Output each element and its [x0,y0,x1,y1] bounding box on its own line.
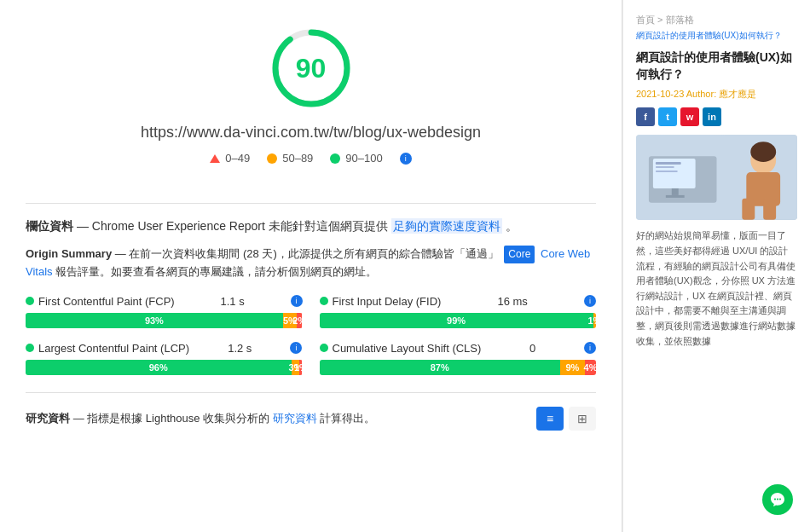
lcp-bar-green: 96% [26,360,292,375]
average-icon [267,153,277,164]
view-toggle: ≡ ⊞ [536,407,596,431]
main-container: 90 https://www.da-vinci.com.tw/tw/blog/u… [0,0,810,532]
origin-summary-text2: 報告評量。如要查看各網頁的專屬建議，請分析個別網頁的網址。 [55,265,377,278]
origin-summary-dash: — [115,247,130,260]
breadcrumb-category: 部落格 [666,14,694,25]
left-panel: 90 https://www.da-vinci.com.tw/tw/blog/u… [0,0,622,532]
lcp-header: Largest Contentful Paint (LCP) 1.2 s i [26,342,303,355]
origin-summary-text1: 在前一次資料收集期間 (28 天)，此源提供之所有網頁的綜合體驗皆「通過」 [129,247,498,260]
score-circle: 90 [269,26,354,111]
weibo-icon[interactable]: w [680,107,699,126]
origin-summary-label: Origin Summary [26,247,112,260]
svg-point-14 [750,142,776,163]
lcp-bar-red: 1% [299,360,302,375]
lcp-dot [26,344,34,352]
breadcrumb-sep1: > [657,14,665,25]
bottom-section: 研究資料 — 指標是根據 Lighthouse 收集與分析的 研究資料 計算得出… [26,407,596,431]
svg-rect-9 [656,171,678,172]
svg-rect-7 [656,162,681,165]
research-data-dash: — [73,412,88,425]
metrics-grid: First Contentful Paint (FCP) 1.1 s i 93%… [26,295,596,375]
article-title: 網頁設計的使用者體驗(UX)如何執行？ [636,49,797,83]
twitter-icon[interactable]: t [658,107,677,126]
fid-bar-green: 99% [320,313,593,328]
breadcrumb-current[interactable]: 網頁設計的使用者體驗(UX)如何執行？ [636,31,782,40]
facebook-icon[interactable]: f [636,107,655,126]
fcp-bar-green: 93% [26,313,283,328]
fcp-info-icon[interactable]: i [291,295,303,307]
cls-header: Cumulative Layout Shift (CLS) 0 i [320,342,597,355]
breadcrumb: 首頁 > 部落格 網頁設計的使用者體驗(UX)如何執行？ [636,13,797,43]
fcp-bar-red: 2% [297,313,302,328]
social-icons: f t w in [636,107,797,126]
field-data-dash: — [77,219,92,233]
metric-fcp: First Contentful Paint (FCP) 1.1 s i 93%… [26,295,303,328]
fail-icon [210,154,220,163]
legend-info-icon[interactable]: i [400,153,412,165]
core-web-vitals-badge: Core [504,246,535,263]
cls-dot [320,344,328,352]
good-icon [330,153,340,164]
article-image [636,135,797,220]
cls-left: Cumulative Layout Shift (CLS) [320,342,482,355]
svg-rect-12 [742,199,755,220]
svg-rect-8 [656,166,674,168]
grid-view-button[interactable]: ⊞ [569,407,596,431]
legend-average: 50–89 [267,152,313,165]
article-meta: 2021-10-23 Author: 應才應是 [636,88,797,101]
linkedin-icon[interactable]: in [703,107,721,126]
score-value: 90 [296,53,327,84]
fid-label: First Input Delay (FID) [333,295,442,308]
right-panel: 首頁 > 部落格 網頁設計的使用者體驗(UX)如何執行？ 網頁設計的使用者體驗(… [622,0,810,532]
research-data-text: 指標是根據 Lighthouse 收集與分析的 [87,412,269,425]
svg-rect-6 [666,195,685,198]
cls-bar: 87% 9% 4% [320,360,597,375]
field-data-text: Chrome User Experience Report 未能針對這個網頁提供 [92,219,388,233]
breadcrumb-home[interactable]: 首頁 [636,14,655,25]
field-data-link[interactable]: 足夠的實際速度資料 [391,218,502,234]
divider-2 [26,392,596,393]
svg-rect-13 [763,199,776,220]
legend-fail-label: 0–49 [225,152,250,165]
score-section: 90 https://www.da-vinci.com.tw/tw/blog/u… [26,17,596,194]
fcp-value: 1.1 s [220,295,244,308]
cls-info-icon[interactable]: i [584,342,596,354]
fid-header: First Input Delay (FID) 16 ms i [320,295,597,308]
research-data-link[interactable]: 研究資料 [273,412,317,425]
lcp-bar: 96% 3% 1% [26,360,303,375]
cls-bar-red: 4% [585,360,596,375]
cls-bar-green: 87% [320,360,560,375]
research-data-suffix: 計算得出。 [320,412,375,425]
fid-bar-orange: 1% [593,313,596,328]
field-data-section: 欄位資料 — Chrome User Experience Report 未能針… [26,217,596,235]
core-label: Core [508,248,530,260]
cls-value: 0 [529,342,535,355]
metric-fid: First Input Delay (FID) 16 ms i 99% 1% [320,295,597,328]
legend-good-label: 90–100 [345,152,382,165]
list-icon: ≡ [547,412,553,425]
article-image-svg [636,135,797,220]
fcp-bar: 93% 5% 2% [26,313,303,328]
fid-info-icon[interactable]: i [584,295,596,307]
fid-bar: 99% 1% [320,313,597,328]
lcp-left: Largest Contentful Paint (LCP) [26,342,189,355]
fcp-header: First Contentful Paint (FCP) 1.1 s i [26,295,303,308]
lcp-label: Largest Contentful Paint (LCP) [38,342,189,355]
legend-fail: 0–49 [210,152,250,165]
line-icon[interactable] [762,484,793,515]
metric-cls: Cumulative Layout Shift (CLS) 0 i 87% 9%… [320,342,597,375]
lcp-value: 1.2 s [228,342,252,355]
cls-label: Cumulative Layout Shift (CLS) [333,342,482,355]
research-data-label: 研究資料 [26,412,70,425]
fcp-dot [26,297,34,305]
fcp-label: First Contentful Paint (FCP) [38,295,175,308]
svg-rect-5 [672,188,679,195]
lcp-info-icon[interactable]: i [290,342,302,354]
fid-dot [320,297,328,305]
origin-summary-section: Origin Summary — 在前一次資料收集期間 (28 天)，此源提供之… [26,246,596,281]
article-excerpt: 好的網站始規簡單易懂，版面一目了然，這些美好都得經過 UX/UI 的設計流程，有… [636,228,797,349]
list-view-button[interactable]: ≡ [536,407,564,431]
cls-bar-orange: 9% [560,360,585,375]
line-icon-svg [769,491,786,508]
url-display: https://www.da-vinci.com.tw/tw/blog/ux-w… [141,124,481,142]
